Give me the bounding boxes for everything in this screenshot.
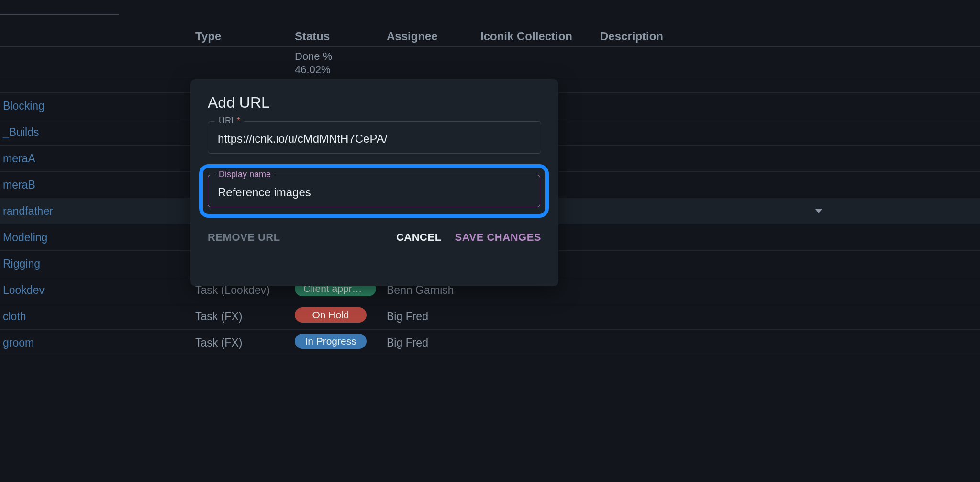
row-description [600,209,980,213]
row-name[interactable]: Lookdev [0,284,195,297]
row-name[interactable]: randfather [0,205,195,218]
required-star-icon: * [237,116,240,125]
table-row[interactable]: clothTask (FX)On HoldBig Fred [0,303,980,330]
modal-title: Add URL [208,94,541,112]
table-summary-row: Done % 46.02% [0,47,980,78]
table-row[interactable]: groomTask (FX)In ProgressBig Fred [0,330,980,356]
row-name[interactable]: _Builds [0,126,195,139]
row-assignee: Big Fred [387,310,480,323]
done-percent-label: Done % [295,50,387,63]
row-status[interactable]: On Hold [295,307,387,325]
display-name-input[interactable]: Reference images [218,186,530,199]
modal-actions: REMOVE URL CANCEL SAVE CHANGES [208,231,541,244]
row-name[interactable]: Modeling [0,231,195,244]
row-name[interactable]: Blocking [0,100,195,112]
table-header-row: Type Status Assignee Iconik Collection D… [0,0,980,47]
remove-url-button[interactable]: REMOVE URL [208,231,280,244]
row-name[interactable]: meraA [0,152,195,165]
row-name[interactable]: groom [0,336,195,349]
row-type: Task (FX) [195,336,295,349]
display-name-field[interactable]: Display name Reference images [208,175,540,207]
row-type: Task (FX) [195,310,295,323]
display-name-highlight: Display name Reference images [199,164,549,218]
col-header-name [0,0,195,30]
add-url-modal: Add URL URL* https://icnk.io/u/cMdMNtH7C… [190,79,558,286]
col-header-status[interactable]: Status [295,0,387,43]
save-changes-button[interactable]: SAVE CHANGES [455,231,541,244]
url-field-label: URL [219,116,236,125]
row-assignee: Big Fred [387,336,480,349]
col-header-iconik[interactable]: Iconik Collection [480,0,600,43]
status-badge[interactable]: On Hold [295,307,367,323]
display-name-label: Display name [215,169,275,179]
done-percent-value: 46.02% [295,63,387,77]
chevron-down-icon[interactable] [815,209,822,213]
cancel-button[interactable]: CANCEL [396,231,442,244]
row-name[interactable]: cloth [0,310,195,323]
row-name[interactable]: Rigging [0,258,195,270]
status-badge[interactable]: In Progress [295,334,367,349]
url-field[interactable]: URL* https://icnk.io/u/cMdMNtH7CePA/ [208,121,541,154]
row-status[interactable]: In Progress [295,334,387,352]
row-name[interactable]: meraB [0,179,195,191]
col-header-description[interactable]: Description [600,0,980,43]
col-header-type[interactable]: Type [195,0,295,43]
col-header-assignee[interactable]: Assignee [387,0,480,43]
url-input[interactable]: https://icnk.io/u/cMdMNtH7CePA/ [218,132,531,146]
